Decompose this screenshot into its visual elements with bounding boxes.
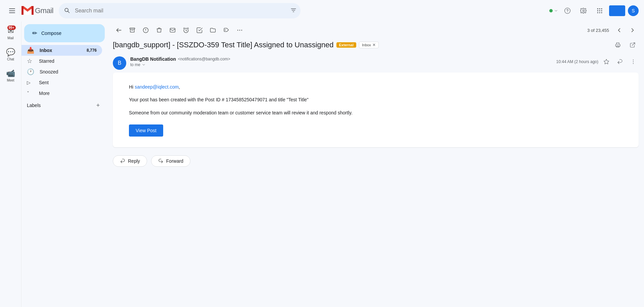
svg-point-4 [567, 12, 567, 12]
mail-icon-wrap: ✉ 99+ [8, 27, 14, 36]
email-header: B BangDB Notification <notifications@ban… [113, 56, 639, 70]
print-button[interactable] [612, 39, 624, 51]
reply-icon [120, 158, 125, 164]
badge-external: External [336, 42, 356, 48]
email-body-line2: Your post has been created with the Post… [129, 96, 623, 103]
email-time: 10:44 AM (2 hours ago) [556, 59, 598, 64]
to-me-label: to me [130, 62, 140, 67]
nav-more-label: More [39, 91, 97, 96]
blue-bar-button[interactable] [609, 5, 625, 16]
header-right: S [549, 4, 639, 17]
starred-icon: ☆ [27, 57, 34, 65]
svg-point-13 [601, 12, 602, 13]
gmail-logo: Gmail [21, 5, 53, 17]
forward-icon [158, 158, 164, 164]
compose-button[interactable]: ✏ Compose [24, 24, 105, 42]
forward-button-label: Forward [166, 158, 183, 164]
nav-item-more[interactable]: ˅ More [21, 88, 102, 99]
content-area: 3 of 23,455 [bangdb_support] - [SSZDO-35… [107, 21, 644, 307]
more-icon: ˅ [27, 91, 34, 96]
to-me-row[interactable]: to me [130, 62, 556, 67]
svg-point-9 [599, 10, 600, 11]
recipient-email-link[interactable]: sandeep@iqlect.com [135, 84, 179, 90]
nav-snoozed-label: Snoozed [40, 69, 97, 74]
labels-add-button[interactable]: + [94, 101, 102, 109]
nav-item-inbox[interactable]: 📥 Inbox 8,776 [21, 45, 102, 56]
svg-point-11 [597, 12, 598, 13]
mail-badge: 99+ [7, 25, 16, 30]
nav-inbox-label: Inbox [40, 48, 81, 53]
view-post-button[interactable]: View Post [129, 124, 163, 137]
svg-point-12 [599, 12, 600, 13]
snooze-button[interactable] [180, 24, 192, 36]
status-dot [549, 9, 553, 12]
sidebar-item-chat[interactable]: 💬 Chat [1, 45, 20, 64]
main-layout: ✉ 99+ Mail 💬 Chat 📹 Meet ✏ Compose 📥 Inb… [0, 21, 644, 307]
nav-item-starred[interactable]: ☆ Starred [21, 56, 102, 66]
to-me-dropdown-icon [142, 63, 146, 67]
side-strip: ✉ 99+ Mail 💬 Chat 📹 Meet [0, 21, 21, 307]
nav-item-snoozed[interactable]: 🕐 Snoozed [21, 66, 102, 77]
search-icon [63, 7, 70, 15]
forward-button[interactable]: Forward [151, 155, 190, 167]
reply-button[interactable]: Reply [113, 155, 147, 167]
mark-unread-button[interactable] [167, 24, 179, 36]
move-to-button[interactable] [207, 24, 219, 36]
reply-button-label: Reply [128, 158, 140, 164]
chat-strip-label: Chat [7, 57, 14, 61]
sender-name: BangDB Notification [130, 56, 176, 62]
chat-icon: 💬 [6, 48, 15, 57]
back-button[interactable] [113, 24, 125, 36]
sidebar-item-meet[interactable]: 📹 Meet [1, 66, 20, 85]
status-indicator [549, 9, 558, 13]
svg-rect-14 [130, 28, 135, 29]
badge-inbox-close[interactable]: ✕ [372, 43, 376, 47]
sidebar-item-mail[interactable]: ✉ 99+ Mail [1, 24, 20, 43]
profile-avatar[interactable]: S [628, 5, 639, 16]
nav-inbox-count: 8,776 [87, 48, 97, 53]
reply-quick-button[interactable] [614, 56, 625, 67]
email-detail: [bangdb_support] - [SSZDO-359 Test Title… [107, 39, 644, 307]
help-button[interactable] [561, 4, 574, 17]
svg-point-22 [241, 30, 242, 31]
sender-avatar: B [113, 56, 126, 70]
more-email-button[interactable] [628, 56, 639, 67]
search-input[interactable] [59, 3, 301, 18]
compose-label: Compose [41, 31, 61, 36]
email-subject-row: [bangdb_support] - [SSZDO-359 Test Title… [113, 39, 639, 51]
sidebar: ✏ Compose 📥 Inbox 8,776 ☆ Starred 🕐 Snoo… [21, 21, 107, 307]
svg-rect-1 [9, 10, 15, 11]
svg-point-7 [601, 8, 602, 9]
settings-button[interactable] [577, 4, 590, 17]
meet-strip-label: Meet [7, 79, 14, 82]
top-header: Gmail [0, 0, 644, 21]
nav-item-sent[interactable]: ▷ Sent [21, 77, 102, 88]
labels-heading: Labels [27, 103, 41, 108]
meet-icon: 📹 [6, 69, 15, 78]
search-filter-button[interactable] [290, 7, 296, 14]
apps-button[interactable] [593, 4, 606, 17]
inbox-icon: 📥 [27, 47, 34, 54]
report-button[interactable] [140, 24, 152, 36]
next-email-button[interactable] [627, 24, 639, 36]
hamburger-menu-button[interactable] [5, 4, 19, 17]
add-task-button[interactable] [193, 24, 205, 36]
more-actions-button[interactable] [234, 24, 246, 36]
prev-email-button[interactable] [613, 24, 625, 36]
email-subject: [bangdb_support] - [SSZDO-359 Test Title… [113, 41, 334, 49]
status-dropdown-icon [554, 9, 558, 13]
archive-button[interactable] [126, 24, 138, 36]
compose-icon: ✏ [32, 30, 37, 37]
sender-name-row: BangDB Notification <notifications@bangd… [130, 56, 556, 62]
reply-forward-row: Reply Forward [113, 153, 639, 169]
svg-point-10 [601, 10, 602, 11]
star-button[interactable] [601, 56, 612, 67]
delete-button[interactable] [153, 24, 165, 36]
svg-point-16 [145, 31, 146, 32]
search-bar [59, 3, 301, 18]
labels-button[interactable] [220, 24, 232, 36]
nav-starred-label: Starred [39, 58, 97, 64]
email-time-actions: 10:44 AM (2 hours ago) [556, 56, 639, 67]
gmail-logo-text: Gmail [35, 6, 53, 15]
new-window-button[interactable] [627, 39, 639, 51]
